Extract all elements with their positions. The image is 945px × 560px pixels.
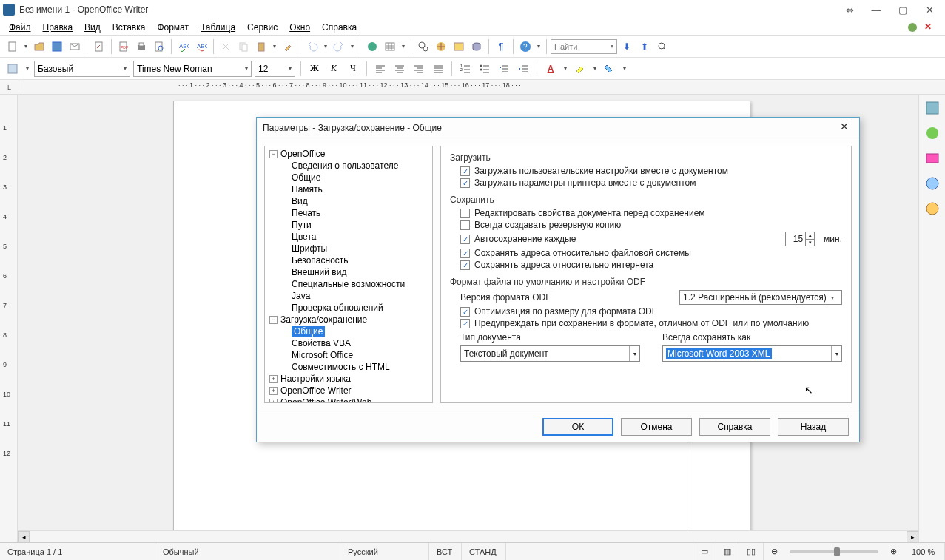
close-doc-icon[interactable]: ✕ xyxy=(924,21,936,33)
font-size-combo[interactable]: 12▾ xyxy=(255,61,295,77)
autosave-minutes-spin[interactable]: 15▴▾ xyxy=(785,232,815,246)
paragraph-style-combo[interactable]: Базовый▾ xyxy=(34,61,130,77)
maximize-button[interactable]: ▢ xyxy=(890,1,915,18)
data-sources-button[interactable] xyxy=(468,38,485,55)
menu-edit[interactable]: Правка xyxy=(37,21,79,34)
status-view-multi-icon[interactable]: ▥ xyxy=(716,543,739,560)
copy-button[interactable] xyxy=(235,38,252,55)
chk-warn-nonodf[interactable] xyxy=(460,319,470,328)
zoom-slider[interactable] xyxy=(790,550,878,553)
chk-optimize[interactable] xyxy=(460,307,470,317)
cut-button[interactable] xyxy=(218,38,234,55)
tree-language[interactable]: +Настройки языка xyxy=(265,373,432,385)
format-paintbrush-button[interactable] xyxy=(280,38,296,55)
decrease-indent-button[interactable] xyxy=(496,61,512,77)
auto-spellcheck-button[interactable]: ABC xyxy=(193,38,209,55)
horizontal-scrollbar[interactable]: ◂▸ xyxy=(18,530,918,542)
new-doc-dropdown[interactable]: ▾ xyxy=(22,43,30,50)
status-insert-mode[interactable]: ВСТ xyxy=(429,543,462,560)
zoom-percent[interactable]: 100 % xyxy=(904,543,945,560)
print-button[interactable] xyxy=(133,38,149,55)
font-color-button[interactable]: A xyxy=(542,61,559,77)
menu-help[interactable]: Справка xyxy=(316,21,363,34)
ok-button[interactable]: ОК xyxy=(542,418,613,436)
styles-window-button[interactable] xyxy=(4,61,21,77)
nonprinting-chars-button[interactable]: ¶ xyxy=(493,38,509,55)
update-icon[interactable] xyxy=(907,21,918,33)
save-button[interactable] xyxy=(49,38,65,55)
vertical-ruler[interactable]: 12 34 56 78 910 1112 xyxy=(0,95,18,542)
menu-tools[interactable]: Сервис xyxy=(241,21,283,34)
align-right-button[interactable] xyxy=(411,61,427,77)
tree-load-save[interactable]: −Загрузка/сохранение xyxy=(265,314,432,325)
find-next-button[interactable]: ⬇ xyxy=(619,38,635,55)
navigator-button[interactable] xyxy=(433,38,449,55)
redo-button[interactable] xyxy=(331,38,347,55)
highlight-button[interactable] xyxy=(572,61,588,77)
tree-msoffice[interactable]: Microsoft Office xyxy=(265,349,432,361)
chk-load-printer[interactable] xyxy=(460,178,470,188)
tree-writer-web[interactable]: +OpenOffice Writer/Web xyxy=(265,397,432,403)
tree-updates[interactable]: Проверка обновлений xyxy=(265,302,432,314)
tree-load-save-general[interactable]: Общие xyxy=(265,325,432,337)
bold-button[interactable]: Ж xyxy=(306,61,323,77)
tree-java[interactable]: Java xyxy=(265,290,432,302)
sidebar-properties-icon[interactable] xyxy=(924,99,941,117)
minimize-button[interactable]: — xyxy=(864,1,889,18)
undo-dropdown[interactable]: ▾ xyxy=(322,43,329,50)
gallery-button[interactable] xyxy=(451,38,467,55)
sidebar-styles-icon[interactable] xyxy=(924,124,941,142)
spellcheck-button[interactable]: ABC xyxy=(175,38,192,55)
odf-version-combo[interactable]: 1.2 Расширенный (рекомендуется)▾ xyxy=(679,290,842,305)
pdf-export-button[interactable]: PDF xyxy=(115,38,132,55)
resize-icon[interactable]: ⇔ xyxy=(837,1,862,18)
tree-userdata[interactable]: Сведения о пользователе xyxy=(265,160,432,172)
email-button[interactable] xyxy=(67,38,83,55)
menu-window[interactable]: Окно xyxy=(283,21,316,34)
open-button[interactable] xyxy=(31,38,47,55)
sidebar-gallery-icon[interactable] xyxy=(924,149,941,167)
zoom-out-button[interactable]: ⊖ xyxy=(764,543,785,560)
redo-dropdown[interactable]: ▾ xyxy=(349,43,356,50)
print-preview-button[interactable] xyxy=(151,38,167,55)
tree-accessibility[interactable]: Специальные возможности xyxy=(265,278,432,290)
find-replace-button[interactable] xyxy=(415,38,431,55)
paste-dropdown[interactable]: ▾ xyxy=(271,43,278,50)
always-save-combo[interactable]: Microsoft Word 2003 XML▾ xyxy=(662,345,842,362)
numbered-list-button[interactable]: 12 xyxy=(457,61,474,77)
tree-fonts[interactable]: Шрифты xyxy=(265,243,432,254)
chk-rel-inet[interactable] xyxy=(460,260,470,270)
status-view-single-icon[interactable]: ▭ xyxy=(693,543,716,560)
chk-backup[interactable] xyxy=(460,220,470,230)
styles-dropdown-icon[interactable]: ▾ xyxy=(24,65,31,72)
menu-file[interactable]: Файл xyxy=(3,21,37,34)
zoom-in-button[interactable]: ⊕ xyxy=(883,543,904,560)
tree-openoffice[interactable]: −OpenOffice xyxy=(265,148,432,160)
tree-colors[interactable]: Цвета xyxy=(265,231,432,243)
table-dropdown[interactable]: ▾ xyxy=(400,43,407,50)
status-language[interactable]: Русский xyxy=(340,543,429,560)
table-button[interactable] xyxy=(382,38,398,55)
edit-button[interactable] xyxy=(91,38,107,55)
horizontal-ruler[interactable]: · · · 1 · · · 2 · · · 3 · · · 4 · · · 5 … xyxy=(19,80,945,94)
font-color-dropdown[interactable]: ▾ xyxy=(562,65,569,72)
increase-indent-button[interactable] xyxy=(515,61,531,77)
tree-paths[interactable]: Пути xyxy=(265,219,432,231)
chk-edit-props[interactable] xyxy=(460,209,470,218)
help-button[interactable]: Справка xyxy=(699,418,770,436)
bulleted-list-button[interactable] xyxy=(477,61,493,77)
bg-color-dropdown[interactable]: ▾ xyxy=(621,65,628,72)
chk-rel-fs[interactable] xyxy=(460,249,470,258)
tree-security[interactable]: Безопасность xyxy=(265,254,432,266)
sidebar-navigator-icon[interactable] xyxy=(924,175,941,192)
chk-autosave[interactable] xyxy=(460,235,470,244)
align-justify-button[interactable] xyxy=(430,61,446,77)
tree-appearance[interactable]: Внешний вид xyxy=(265,266,432,278)
menu-insert[interactable]: Вставка xyxy=(107,21,152,34)
help-dropdown[interactable]: ▾ xyxy=(535,43,542,50)
options-tree[interactable]: −OpenOffice Сведения о пользователе Общи… xyxy=(264,146,433,403)
tree-memory[interactable]: Память xyxy=(265,183,432,195)
tree-html-compat[interactable]: Совместимость с HTML xyxy=(265,361,432,373)
status-selection-mode[interactable]: СТАНД xyxy=(462,543,506,560)
cancel-button[interactable]: Отмена xyxy=(621,418,692,436)
